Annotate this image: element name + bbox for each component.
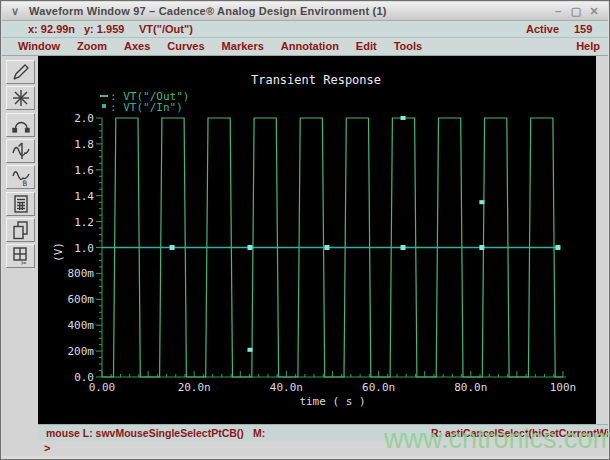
legend-in-swatch [102,104,106,108]
mouse-left-binding: mouse L: swvMouseSingleSelectPtCB() [46,427,244,439]
menu-item-curves[interactable]: Curves [167,40,204,52]
horizontal-marker-button[interactable]: B [6,165,35,189]
slice-icon: ✂ [10,245,32,267]
plot-canvas[interactable]: Transient Response0.0200m400m600m800m1.0… [38,56,596,424]
y-tick-label: 1.4 [74,190,94,203]
zoom-fit-icon [10,87,32,109]
command-prompt: > [44,442,50,454]
x-tick-label: 0.00 [89,381,116,394]
trace-in-marker[interactable] [324,245,329,250]
pencil-button[interactable] [6,60,35,84]
y-readout: y: 1.959 [84,23,124,35]
selected-point-marker[interactable] [401,116,406,120]
trace-expression: VT("/Out") [139,23,193,35]
copy-window-icon [10,219,32,241]
menu-item-axes[interactable]: Axes [124,40,150,52]
menu-bar: WindowZoomAxesCurvesMarkersAnnotationEdi… [2,38,608,56]
copy-window-button[interactable] [6,218,35,242]
trace-in-marker[interactable] [401,245,406,250]
x-readout: x: 92.99n [28,23,75,35]
x-tick-label: 80.0n [454,381,487,394]
x-tick-label: 100n [550,381,577,394]
y-tick-label: 2.0 [74,112,94,125]
y-axis-label: (V) [52,242,65,262]
pan-arc-button[interactable] [6,113,35,137]
active-label: Active [526,23,559,35]
pencil-icon [10,61,32,83]
y-tick-label: 800m [68,267,95,280]
horizontal-marker-icon: B [10,166,32,188]
vertical-marker-button[interactable] [6,139,35,163]
zoom-fit-button[interactable] [6,86,35,110]
menu-item-edit[interactable]: Edit [356,40,377,52]
calculator-icon [10,193,32,215]
menu-item-window[interactable]: Window [18,40,60,52]
readout-bar: x: 92.99n y: 1.959 VT("/Out") Active 159 [2,21,608,38]
trace-in-marker[interactable] [555,245,560,250]
y-tick-label: 600m [68,293,95,306]
bottom-left-margin [2,424,38,456]
legend-in-label[interactable]: : VT("/In") [110,101,183,114]
menu-items: WindowZoomAxesCurvesMarkersAnnotationEdi… [18,40,422,52]
mouse-middle-binding: M: [253,427,265,439]
right-margin [596,56,608,424]
menu-item-zoom[interactable]: Zoom [77,40,107,52]
trace-in-marker[interactable] [170,245,175,250]
x-tick-label: 20.0n [178,381,211,394]
selected-point-marker[interactable] [479,200,484,204]
menu-item-tools[interactable]: Tools [394,40,423,52]
slice-button[interactable]: ✂ [6,244,35,268]
close-button[interactable]: ✕ [588,5,600,17]
trace-in-marker[interactable] [479,245,484,250]
x-tick-label: 40.0n [270,381,303,394]
trace-in-marker[interactable] [247,245,252,250]
minimize-button[interactable]: – [552,5,564,17]
vertical-marker-icon [10,140,32,162]
y-tick-label: 1.2 [74,216,94,229]
menu-item-annotation[interactable]: Annotation [281,40,339,52]
y-tick-label: 1.6 [74,164,94,177]
y-tick-label: 400m [68,319,95,332]
title-bar[interactable]: ∨ Waveform Window 97 – Cadence® Analog D… [2,2,608,21]
maximize-button[interactable]: ▢ [570,5,582,17]
chart-title: Transient Response [251,73,381,87]
selected-point-marker[interactable] [247,348,252,352]
pan-arc-icon [10,114,32,136]
y-tick-label: 200m [68,345,95,358]
active-count: 159 [574,23,592,35]
svg-text:B: B [22,179,27,188]
calculator-button[interactable] [6,192,35,216]
y-tick-label: 1.8 [74,138,94,151]
menu-item-markers[interactable]: Markers [222,40,264,52]
window-title: Waveform Window 97 – Cadence® Analog Des… [29,5,387,17]
svg-text:✂: ✂ [21,258,27,268]
toolbar: B✂ [2,56,38,424]
y-tick-label: 1.0 [74,242,94,255]
menu-item-help[interactable]: Help [576,40,600,52]
window-menu-chevron-icon[interactable]: ∨ [11,5,19,18]
x-tick-label: 60.0n [362,381,395,394]
x-axis-label: time ( s ) [299,395,365,408]
watermark: www.cntronics.com [384,424,610,455]
